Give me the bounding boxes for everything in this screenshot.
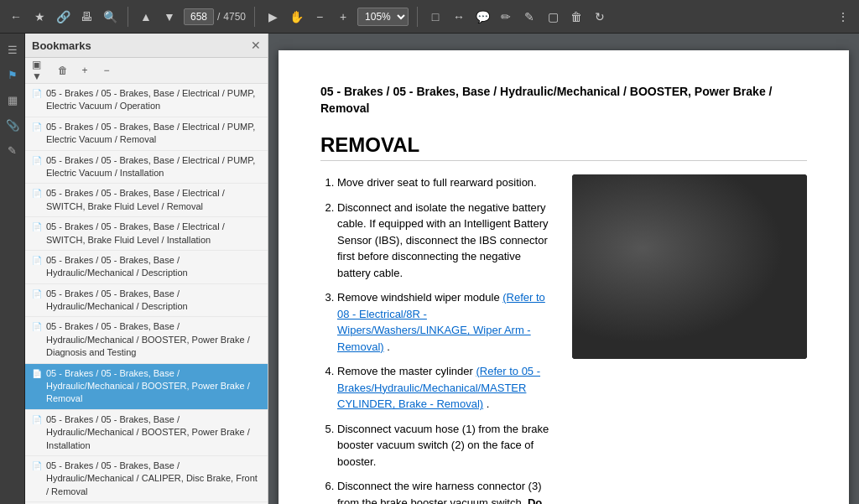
document-title: 05 - Brakes / 05 - Brakes, Base / Hydrau…: [320, 84, 807, 117]
sep1: [128, 7, 128, 27]
section-title: REMOVAL: [320, 133, 807, 161]
bookmarks-toolbar: ▣ ▼ 🗑 + −: [25, 58, 268, 84]
share-icon[interactable]: 🔗: [54, 8, 72, 26]
expand-all-icon[interactable]: +: [75, 61, 94, 80]
svg-text:2: 2: [693, 221, 699, 232]
close-icon[interactable]: ✕: [251, 39, 261, 52]
bookmark-label: 05 - Brakes / 05 - Brakes, Base / Electr…: [46, 187, 261, 213]
next-page-icon[interactable]: ▼: [160, 8, 179, 26]
page-nav: 658 / 4750: [184, 8, 246, 25]
svg-rect-0: [572, 174, 807, 359]
side-icons: ☰ ⚑ ▦ 📎 ✎: [0, 34, 25, 504]
svg-point-5: [601, 254, 677, 330]
highlight-icon[interactable]: ✎: [520, 8, 539, 26]
fit-width-icon[interactable]: ↔: [450, 8, 468, 26]
list-item[interactable]: 📄 05 - Brakes / 05 - Brakes, Base / Hydr…: [25, 410, 268, 456]
svg-point-7: [622, 275, 656, 309]
back-icon[interactable]: ←: [7, 8, 25, 26]
list-item[interactable]: 📄 05 - Brakes / 05 - Brakes, Base / Elec…: [25, 217, 268, 251]
step-6: Disconnect the wire harness connector (3…: [337, 478, 555, 504]
add-bookmark-icon[interactable]: ▣ ▼: [32, 61, 50, 80]
main-area: ☰ ⚑ ▦ 📎 ✎ Bookmarks ✕ ▣ ▼ 🗑 + − 📄 05 - B…: [0, 34, 859, 504]
bookmarks-header: Bookmarks ✕: [25, 34, 268, 58]
bookmark-file-icon: 📄: [32, 255, 42, 267]
bookmark-file-icon: 📄: [32, 414, 42, 426]
bookmark-label: 05 - Brakes / 05 - Brakes, Base / Electr…: [46, 87, 261, 113]
bookmark-file-icon: 📄: [32, 368, 42, 380]
zoom-control: 50% 75% 100% 105% 125% 150% 200%: [357, 8, 409, 26]
thumbnails-icon[interactable]: ▦: [3, 91, 22, 109]
bookmark-star-icon[interactable]: ★: [30, 8, 49, 26]
zoom-out-icon[interactable]: −: [310, 8, 329, 26]
list-item[interactable]: 📄 05 - Brakes / 05 - Brakes, Base / Elec…: [25, 151, 268, 184]
svg-point-9: [622, 231, 640, 249]
bookmark-label: 05 - Brakes / 05 - Brakes, Base / Hydrau…: [46, 413, 261, 452]
page-input[interactable]: 658: [184, 8, 214, 25]
attachments-icon[interactable]: 📎: [3, 116, 22, 134]
svg-point-15: [739, 213, 757, 231]
step-3-link[interactable]: (Refer to 08 - Electrical/8R - Wipers/Wa…: [337, 291, 545, 353]
bookmark-label: 05 - Brakes / 05 - Brakes, Base / Electr…: [46, 121, 261, 147]
list-item-active[interactable]: 📄 05 - Brakes / 05 - Brakes, Base / Hydr…: [25, 364, 268, 410]
prev-page-icon[interactable]: ▲: [137, 8, 155, 26]
list-item[interactable]: 📄 05 - Brakes / 05 - Brakes, Base / Hydr…: [25, 284, 268, 318]
layers-icon[interactable]: ☰: [3, 40, 22, 59]
step-4-link[interactable]: (Refer to 05 - Brakes/Hydraulic/Mechanic…: [337, 365, 540, 410]
image-column: 1 2 3: [572, 174, 807, 359]
shape-icon[interactable]: ▢: [544, 8, 562, 26]
step-4: Remove the master cylinder (Refer to 05 …: [337, 363, 555, 413]
step-1: Move driver seat to full rearward positi…: [337, 174, 555, 191]
step-5: Disconnect vacuum hose (1) from the brak…: [337, 421, 555, 470]
delete-bookmark-icon[interactable]: 🗑: [54, 61, 72, 80]
list-item[interactable]: 📄 05 - Brakes / 05 - Brakes, Base / Hydr…: [25, 456, 268, 502]
bookmark-label: 05 - Brakes / 05 - Brakes, Base / Hydrau…: [46, 254, 261, 280]
bookmark-label: 05 - Brakes / 05 - Brakes, Base / Hydrau…: [46, 288, 261, 314]
toolbar: ← ★ 🔗 🖶 🔍 ▲ ▼ 658 / 4750 ▶ ✋ − + 50% 75%…: [0, 0, 859, 34]
svg-point-1: [589, 216, 790, 351]
zoom-select[interactable]: 50% 75% 100% 105% 125% 150% 200%: [357, 8, 409, 26]
select-tool-icon[interactable]: ▶: [263, 8, 282, 26]
bookmark-file-icon: 📄: [32, 321, 42, 333]
print-icon[interactable]: 🖶: [77, 8, 96, 26]
bookmark-label: 05 - Brakes / 05 - Brakes, Base / Hydrau…: [46, 367, 261, 406]
svg-point-6: [610, 262, 669, 321]
list-item[interactable]: 📄 05 - Brakes / 05 - Brakes, Base / Hydr…: [25, 317, 268, 363]
undo-icon[interactable]: ↻: [591, 8, 609, 26]
step-3: Remove windshield wiper module (Refer to…: [337, 289, 555, 355]
svg-line-14: [740, 231, 748, 267]
content-layout: Move driver seat to full rearward positi…: [320, 174, 807, 504]
comment-icon[interactable]: 💬: [473, 8, 492, 26]
svg-text:3: 3: [746, 217, 752, 229]
svg-rect-4: [681, 262, 711, 283]
steps-column: Move driver seat to full rearward positi…: [320, 174, 555, 504]
signatures-icon[interactable]: ✎: [3, 141, 22, 159]
bookmarks-list[interactable]: 📄 05 - Brakes / 05 - Brakes, Base / Elec…: [25, 84, 268, 504]
bookmark-label: 05 - Brakes / 05 - Brakes, Base / Hydrau…: [46, 460, 261, 498]
page-separator: /: [217, 11, 220, 23]
content-area[interactable]: 05 - Brakes / 05 - Brakes, Base / Hydrau…: [268, 34, 859, 504]
bookmark-label: 05 - Brakes / 05 - Brakes, Base / Electr…: [46, 221, 261, 247]
collapse-all-icon[interactable]: −: [97, 61, 116, 80]
bookmark-file-icon: 📄: [32, 122, 42, 133]
pen-icon[interactable]: ✏: [497, 8, 515, 26]
fit-page-icon[interactable]: □: [426, 8, 445, 26]
delete-icon[interactable]: 🗑: [567, 8, 586, 26]
bookmark-label: 05 - Brakes / 05 - Brakes, Base / Hydrau…: [46, 320, 261, 359]
bookmark-file-icon: 📄: [32, 155, 42, 167]
bookmark-file-icon: 📄: [32, 221, 42, 233]
bookmark-file-icon: 📄: [32, 288, 42, 300]
list-item[interactable]: 📄 05 - Brakes / 05 - Brakes, Base / Elec…: [25, 84, 268, 117]
list-item[interactable]: 📄 05 - Brakes / 05 - Brakes, Base / Hydr…: [25, 251, 268, 284]
bookmark-file-icon: 📄: [32, 460, 42, 472]
bookmark-file-icon: 📄: [32, 88, 42, 100]
list-item[interactable]: 📄 05 - Brakes / 05 - Brakes, Base / Elec…: [25, 117, 268, 151]
bookmarks-icon[interactable]: ⚑: [3, 65, 22, 84]
step-2: Disconnect and isolate the negative batt…: [337, 200, 555, 282]
hand-tool-icon[interactable]: ✋: [287, 8, 305, 26]
list-item[interactable]: 📄 05 - Brakes / 05 - Brakes, Base / Elec…: [25, 184, 268, 217]
search-icon[interactable]: 🔍: [101, 8, 119, 26]
more-icon[interactable]: ⋮: [834, 8, 852, 26]
sep2: [254, 7, 255, 27]
zoom-in-icon[interactable]: +: [334, 8, 352, 26]
sep3: [417, 7, 418, 27]
